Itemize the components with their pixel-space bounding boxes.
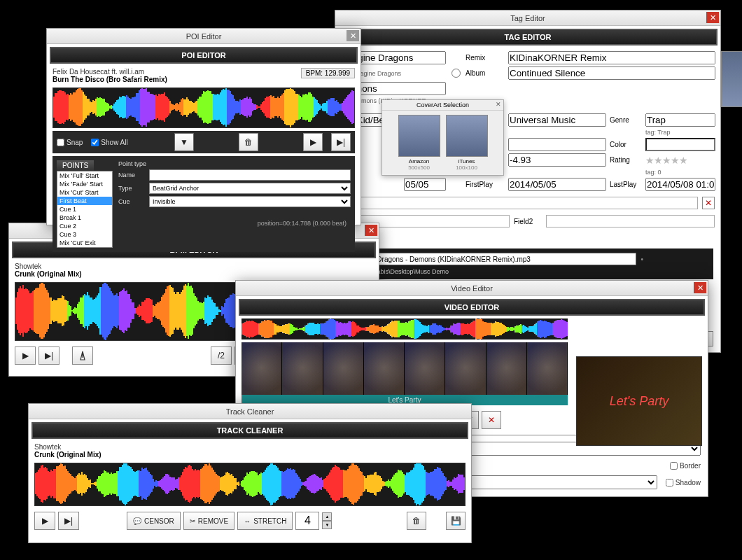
- bpm-artist: Showtek: [15, 262, 373, 270]
- poi-header: POI EDITOR: [50, 47, 358, 64]
- filename-field[interactable]: [346, 253, 636, 265]
- close-icon[interactable]: ✕: [706, 12, 719, 23]
- delete-comment-button[interactable]: ✕: [702, 197, 715, 209]
- remix-field[interactable]: [508, 51, 715, 64]
- cue-label: Cue: [118, 198, 146, 205]
- pointtype-label: Point type: [118, 160, 351, 167]
- metronome-button[interactable]: [72, 346, 93, 365]
- grouping-field[interactable]: [508, 138, 606, 151]
- point-item[interactable]: Cue 3: [57, 230, 112, 239]
- close-icon[interactable]: ✕: [496, 101, 501, 108]
- date-field[interactable]: [404, 178, 446, 191]
- coverart-itunes[interactable]: iTunes 100x100: [446, 115, 488, 171]
- gain-field[interactable]: [508, 153, 606, 167]
- cleaner-track: Crunk (Original Mix): [34, 451, 465, 458]
- rating-tag: tag: 0: [645, 169, 715, 176]
- play-button[interactable]: ▶: [15, 346, 36, 365]
- cleaner-titlebar: Track Cleaner: [29, 404, 471, 419]
- type-select[interactable]: BeatGrid Anchor: [149, 183, 351, 194]
- remove-button[interactable]: ✂REMOVE: [183, 512, 234, 530]
- cleaner-title: Track Cleaner: [226, 407, 274, 416]
- field2-field[interactable]: [546, 215, 715, 227]
- next-button[interactable]: ▶|: [331, 133, 351, 151]
- rating-stars[interactable]: ★★★★★: [645, 155, 715, 166]
- video-waveform[interactable]: [241, 318, 568, 340]
- cue-select[interactable]: Invisible: [149, 196, 351, 207]
- scissors-icon: ✂: [190, 517, 195, 525]
- type-label: Type: [118, 185, 146, 192]
- cleaner-header: TRACK CLEANER: [31, 422, 468, 439]
- rating-label: Rating: [610, 156, 642, 164]
- snap-checkbox[interactable]: Snap: [57, 139, 83, 146]
- cover-thumb-icon: [446, 115, 488, 157]
- poi-waveform[interactable]: [52, 88, 355, 128]
- points-list[interactable]: Mix 'Full' StartMix 'Fade' StartMix 'Cut…: [57, 171, 113, 248]
- lastplay-label: LastPlay: [610, 181, 642, 188]
- point-item[interactable]: Mix 'Fade' Start: [57, 180, 112, 188]
- point-item[interactable]: Mix 'Cut' Start: [57, 188, 112, 197]
- info-panel: • C:\Users\Babis\Desktop\Musc Demo: [342, 248, 713, 279]
- firstplay-field[interactable]: [508, 178, 606, 191]
- showall-checkbox[interactable]: Show All: [91, 139, 127, 146]
- poi-titlebar: POI Editor ✕: [47, 29, 360, 44]
- position-status: position=00:14.788 (0.000 beat): [118, 220, 351, 227]
- cleaner-waveform[interactable]: [34, 463, 465, 506]
- delete-button[interactable]: 🗑: [239, 133, 258, 151]
- cover-art-image[interactable]: [721, 51, 742, 107]
- poi-title: POI Editor: [186, 32, 222, 41]
- censor-button[interactable]: 💬CENSOR: [127, 512, 181, 530]
- stretch-spinner[interactable]: ▲▼: [322, 512, 332, 529]
- point-item[interactable]: Mix 'Full' Start: [57, 172, 112, 180]
- play-button[interactable]: ▶: [303, 133, 323, 151]
- comment-field[interactable]: [355, 197, 698, 209]
- coverart-title: CoverArt Selection ✕: [382, 100, 503, 111]
- video-timeline[interactable]: Let's Party: [241, 342, 568, 405]
- field2-label: Field2: [514, 218, 542, 225]
- coverart-amazon[interactable]: Amazon 500x500: [398, 115, 440, 171]
- album-field[interactable]: [508, 66, 715, 80]
- points-tab[interactable]: POINTS: [57, 160, 94, 171]
- point-item[interactable]: First Beat: [57, 197, 112, 205]
- close-icon[interactable]: ✕: [365, 225, 377, 236]
- album-radio[interactable]: [451, 69, 461, 78]
- border-checkbox[interactable]: Border: [670, 462, 701, 470]
- bpm-track: Crunk (Original Mix): [15, 270, 373, 278]
- next-button[interactable]: ▶|: [38, 346, 59, 365]
- remove-overlay-button[interactable]: ✕: [482, 411, 501, 429]
- genre-tag: tag: Trap: [645, 129, 715, 136]
- video-preview: Let's Party: [576, 356, 702, 446]
- color-label: Color: [610, 141, 642, 148]
- bpm-badge: BPM: 129.999: [301, 68, 355, 78]
- genre-label: Genre: [610, 116, 642, 124]
- lastplay-field[interactable]: [645, 178, 715, 191]
- stretch-button[interactable]: ↔STRETCH: [237, 512, 293, 530]
- speech-icon: 💬: [133, 517, 141, 525]
- cleaner-artist: Showtek: [34, 443, 465, 451]
- close-icon[interactable]: ✕: [694, 282, 706, 293]
- genre-field[interactable]: [645, 113, 715, 127]
- name-input[interactable]: [149, 169, 351, 181]
- color-field[interactable]: [645, 138, 715, 151]
- video-header: VIDEO EDITOR: [239, 299, 705, 316]
- shadow-checkbox[interactable]: Shadow: [666, 479, 701, 486]
- point-item[interactable]: Cue 2: [57, 222, 112, 230]
- stretch-icon: ↔: [244, 517, 251, 525]
- stretch-value[interactable]: [295, 512, 319, 530]
- album-label: Album: [465, 69, 505, 77]
- save-button[interactable]: 💾: [446, 512, 465, 530]
- play-button[interactable]: ▶: [34, 512, 55, 530]
- coverart-popup: CoverArt Selection ✕ Amazon 500x500 iTun…: [382, 99, 504, 176]
- point-item[interactable]: Mix 'Cut' Exit: [57, 239, 112, 247]
- delete-button[interactable]: 🗑: [407, 512, 426, 530]
- track-cleaner-window: Track Cleaner TRACK CLEANER Showtek Crun…: [28, 403, 472, 543]
- video-title: Video Editor: [451, 284, 493, 293]
- point-item[interactable]: Cue 1: [57, 205, 112, 214]
- half-bpm-button[interactable]: /2: [211, 346, 232, 365]
- poi-editor-window: POI Editor ✕ POI EDITOR BPM: 129.999 Fel…: [46, 28, 361, 225]
- label-field[interactable]: [508, 113, 606, 127]
- point-item[interactable]: Mix 'Fade' Exit: [57, 247, 112, 248]
- point-item[interactable]: Break 1: [57, 214, 112, 222]
- next-button[interactable]: ▶|: [58, 512, 79, 530]
- filter-button[interactable]: ▼: [174, 133, 194, 151]
- close-icon[interactable]: ✕: [346, 30, 359, 41]
